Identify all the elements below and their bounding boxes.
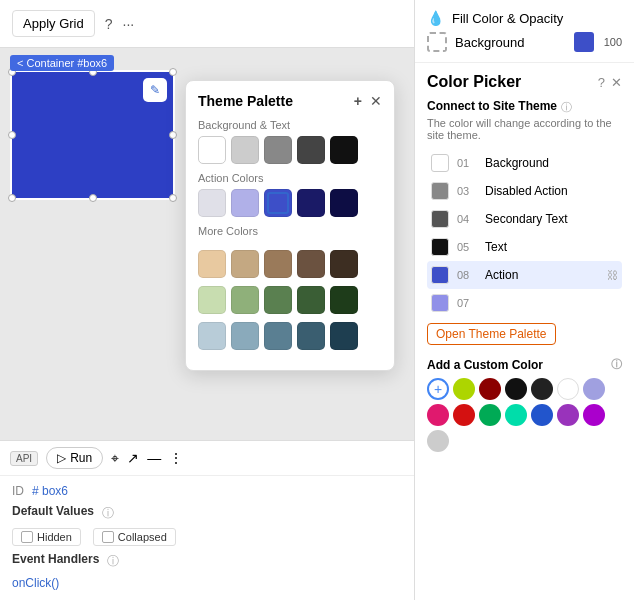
tp-swatch[interactable]: [231, 189, 259, 217]
custom-color-label: Add a Custom Color: [427, 358, 543, 372]
tp-swatch[interactable]: [264, 136, 292, 164]
collapsed-checkbox[interactable]: [102, 531, 114, 543]
hidden-checkbox[interactable]: [21, 531, 33, 543]
theme-palette-popup: Theme Palette + ✕ Background & TextActio…: [185, 80, 395, 371]
color-picker-help-icon[interactable]: ?: [598, 75, 605, 90]
resize-handle-bl[interactable]: [8, 194, 16, 202]
theme-swatch: [431, 294, 449, 312]
tp-swatch[interactable]: [231, 136, 259, 164]
tp-swatch-row: [198, 250, 382, 278]
tp-swatch[interactable]: [330, 136, 358, 164]
custom-swatch[interactable]: [479, 378, 501, 400]
tp-swatch[interactable]: [198, 250, 226, 278]
tp-swatch[interactable]: [297, 189, 325, 217]
resize-handle-tr[interactable]: [169, 68, 177, 76]
more-icon[interactable]: ···: [123, 16, 135, 32]
custom-swatch[interactable]: [453, 404, 475, 426]
custom-swatch[interactable]: [557, 404, 579, 426]
custom-swatch[interactable]: [453, 378, 475, 400]
resize-handle-br[interactable]: [169, 194, 177, 202]
tp-swatch[interactable]: [231, 250, 259, 278]
event-handlers-label: Event Handlers: [12, 552, 99, 566]
tp-swatch[interactable]: [297, 136, 325, 164]
tp-swatch[interactable]: [264, 250, 292, 278]
color-picker-panel: Color Picker ? ✕ Connect to Site Theme ⓘ…: [415, 63, 634, 462]
custom-swatch[interactable]: [427, 404, 449, 426]
theme-palette-add-icon[interactable]: +: [354, 93, 362, 109]
color-picker-close-icon[interactable]: ✕: [611, 75, 622, 90]
tp-swatch[interactable]: [297, 250, 325, 278]
theme-palette-close-icon[interactable]: ✕: [370, 93, 382, 109]
custom-swatch[interactable]: [583, 404, 605, 426]
onclick-link[interactable]: onClick(): [12, 576, 59, 590]
theme-swatch: [431, 238, 449, 256]
minus-icon[interactable]: —: [147, 450, 161, 466]
tp-section-label: Background & Text: [198, 119, 382, 131]
theme-name: Background: [485, 156, 618, 170]
help-icon[interactable]: ?: [105, 16, 113, 32]
theme-item[interactable]: 04Secondary Text: [427, 205, 622, 233]
hidden-button[interactable]: Hidden: [12, 528, 81, 546]
theme-num: 05: [457, 241, 477, 253]
tp-swatch[interactable]: [264, 322, 292, 350]
tp-swatch[interactable]: [198, 136, 226, 164]
droplet-icon: 💧: [427, 10, 444, 26]
custom-swatch[interactable]: [479, 404, 501, 426]
bottom-toolbar: API ▷ Run ⌖ ↗ — ⋮: [0, 441, 415, 476]
tp-swatch-row: [198, 286, 382, 314]
background-swatch[interactable]: [427, 32, 447, 52]
container-label[interactable]: < Container #box6: [10, 55, 114, 71]
color-picker-title: Color Picker: [427, 73, 521, 91]
tp-swatch[interactable]: [264, 286, 292, 314]
blue-box[interactable]: ✎: [10, 70, 175, 200]
active-color-swatch[interactable]: [574, 32, 594, 52]
edit-handle[interactable]: ✎: [143, 78, 167, 102]
right-panel-top: 💧 Fill Color & Opacity Background 100: [415, 0, 634, 63]
tp-swatch[interactable]: [198, 189, 226, 217]
custom-swatch[interactable]: [557, 378, 579, 400]
cursor-icon[interactable]: ⌖: [111, 450, 119, 467]
apply-grid-button[interactable]: Apply Grid: [12, 10, 95, 37]
theme-item[interactable]: 05Text: [427, 233, 622, 261]
theme-name: Secondary Text: [485, 212, 618, 226]
grid-icon[interactable]: ⋮: [169, 450, 183, 466]
tp-swatch[interactable]: [330, 250, 358, 278]
tp-swatch[interactable]: [231, 322, 259, 350]
resize-handle-bm[interactable]: [89, 194, 97, 202]
tp-swatch[interactable]: [198, 322, 226, 350]
custom-swatch[interactable]: [583, 378, 605, 400]
run-button[interactable]: ▷ Run: [46, 447, 103, 469]
tp-swatch-row: [198, 322, 382, 350]
tp-section-label: More Colors: [198, 225, 382, 237]
tp-swatch[interactable]: [330, 322, 358, 350]
theme-item[interactable]: 08Action⛓: [427, 261, 622, 289]
theme-item[interactable]: 03Disabled Action: [427, 177, 622, 205]
theme-num: 07: [457, 297, 477, 309]
custom-swatch[interactable]: [427, 430, 449, 452]
theme-item[interactable]: 01Background: [427, 149, 622, 177]
top-toolbar: Apply Grid ? ···: [0, 0, 415, 48]
run-icon: ▷: [57, 451, 66, 465]
custom-swatch[interactable]: [505, 378, 527, 400]
tp-swatch[interactable]: [297, 286, 325, 314]
add-custom-color-button[interactable]: +: [427, 378, 449, 400]
theme-item[interactable]: 07: [427, 289, 622, 317]
resize-handle-ml[interactable]: [8, 131, 16, 139]
tp-swatch[interactable]: [297, 322, 325, 350]
custom-swatch[interactable]: [531, 378, 553, 400]
tp-swatch[interactable]: [264, 189, 292, 217]
tp-swatch[interactable]: [330, 286, 358, 314]
custom-swatch[interactable]: [505, 404, 527, 426]
theme-num: 01: [457, 157, 477, 169]
collapsed-button[interactable]: Collapsed: [93, 528, 176, 546]
open-theme-palette-button[interactable]: Open Theme Palette: [427, 323, 556, 345]
fill-color-label: Fill Color & Opacity: [452, 11, 563, 26]
apply-grid-label: Apply Grid: [23, 16, 84, 31]
resize-handle-mr[interactable]: [169, 131, 177, 139]
tp-swatch[interactable]: [330, 189, 358, 217]
tp-swatch[interactable]: [231, 286, 259, 314]
theme-swatch: [431, 266, 449, 284]
tp-swatch[interactable]: [198, 286, 226, 314]
expand-icon[interactable]: ↗: [127, 450, 139, 466]
custom-swatch[interactable]: [531, 404, 553, 426]
